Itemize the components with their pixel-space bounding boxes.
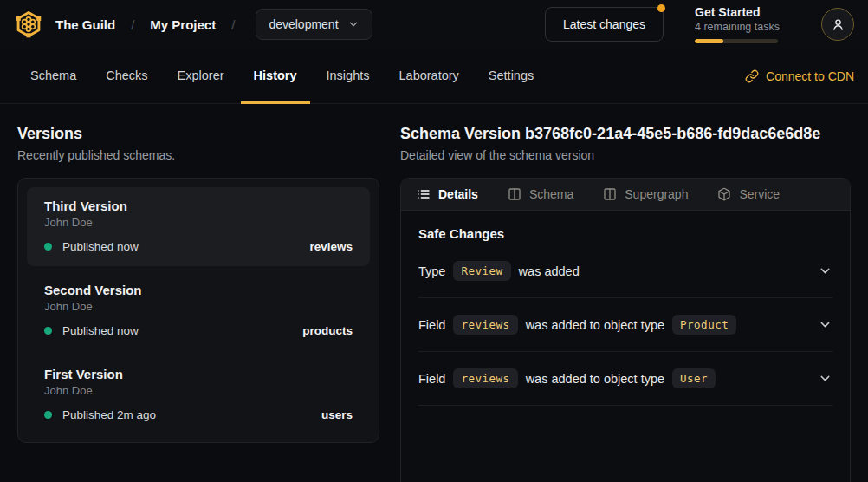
version-author: John Doe <box>44 384 353 397</box>
published-status-dot <box>44 243 52 251</box>
get-started-widget[interactable]: Get Started 4 remaining tasks <box>695 5 790 43</box>
tab-insights[interactable]: Insights <box>314 49 383 104</box>
field-name-badge: reviews <box>453 315 517 335</box>
type-name-badge: Product <box>672 315 736 335</box>
versions-subtitle: Recently published schemas. <box>17 148 379 162</box>
target-selector[interactable]: development <box>256 9 372 40</box>
published-status: Published 2m ago <box>62 408 156 421</box>
service-name: products <box>302 324 353 337</box>
schema-version-panel: Details Schema Supergraph <box>400 178 851 482</box>
notification-dot <box>657 4 665 12</box>
breadcrumb-org[interactable]: The Guild <box>55 17 115 32</box>
safe-changes-title: Safe Changes <box>418 226 832 241</box>
columns-icon <box>603 187 617 201</box>
tab-laboratory[interactable]: Laboratory <box>386 49 472 104</box>
tab-schema[interactable]: Schema <box>17 49 89 104</box>
version-author: John Doe <box>44 300 353 313</box>
change-prefix: Field <box>418 318 445 332</box>
service-name: users <box>321 408 353 421</box>
tab-label: Supergraph <box>625 187 688 201</box>
chevron-down-icon[interactable] <box>818 371 832 386</box>
published-status-dot <box>44 411 52 419</box>
version-title: Third Version <box>44 199 353 213</box>
user-avatar[interactable] <box>821 8 854 41</box>
tab-details[interactable]: Details <box>417 187 478 201</box>
versions-column: Versions Recently published schemas. Thi… <box>17 104 379 482</box>
type-name-badge: Review <box>453 261 510 281</box>
latest-changes-label: Latest changes <box>563 17 645 31</box>
tab-service[interactable]: Service <box>717 187 780 201</box>
tab-explorer[interactable]: Explorer <box>165 49 237 104</box>
change-row[interactable]: Type Review was added <box>418 244 832 298</box>
tab-label: Details <box>438 187 478 201</box>
link-icon <box>745 69 759 83</box>
version-list-item[interactable]: Second Version John Doe Published now pr… <box>27 271 370 350</box>
published-status-dot <box>44 327 52 335</box>
get-started-subtitle: 4 remaining tasks <box>695 21 790 33</box>
tab-supergraph[interactable]: Supergraph <box>603 187 688 201</box>
change-row[interactable]: Field reviews was added to object type U… <box>418 352 832 406</box>
connect-to-cdn-label: Connect to CDN <box>766 69 854 83</box>
published-status: Published now <box>62 240 139 253</box>
chevron-down-icon <box>347 18 360 30</box>
change-suffix: was added to object type <box>526 372 664 386</box>
project-nav: Schema Checks Explorer History Insights … <box>0 49 868 104</box>
published-status: Published now <box>62 324 139 337</box>
change-row[interactable]: Field reviews was added to object type P… <box>418 298 832 352</box>
connect-to-cdn-link[interactable]: Connect to CDN <box>745 49 854 103</box>
field-name-badge: reviews <box>453 368 517 388</box>
person-icon <box>831 17 845 32</box>
change-prefix: Field <box>418 372 445 386</box>
changes-section: Safe Changes Type Review was added Field… <box>401 211 850 421</box>
get-started-progressbar <box>695 39 778 43</box>
breadcrumb-separator: / <box>228 17 238 32</box>
chevron-down-icon[interactable] <box>818 264 832 278</box>
chevron-down-icon[interactable] <box>818 317 832 332</box>
get-started-title: Get Started <box>695 5 790 19</box>
target-selector-value: development <box>269 17 338 31</box>
version-title: First Version <box>44 367 353 381</box>
columns-icon <box>508 187 521 201</box>
tab-checks[interactable]: Checks <box>93 49 160 104</box>
version-title: Second Version <box>44 283 353 297</box>
schema-version-column: Schema Version b3768fc0-21a4-45e5-b686-f… <box>400 104 851 482</box>
nav-tabs: Schema Checks Explorer History Insights … <box>17 49 547 103</box>
tab-settings[interactable]: Settings <box>476 49 547 104</box>
detail-tabs: Details Schema Supergraph <box>401 179 850 211</box>
app-header: The Guild / My Project / development Lat… <box>0 0 868 49</box>
tab-label: Service <box>739 187 780 201</box>
version-list-item[interactable]: Third Version John Doe Published now rev… <box>27 187 370 266</box>
schema-version-subtitle: Detailed view of the schema version <box>400 148 851 162</box>
latest-changes-button[interactable]: Latest changes <box>545 7 664 42</box>
breadcrumb-project[interactable]: My Project <box>150 17 216 32</box>
cube-icon <box>717 187 731 201</box>
versions-title: Versions <box>17 125 379 143</box>
versions-list: Third Version John Doe Published now rev… <box>17 178 379 443</box>
version-author: John Doe <box>44 216 353 229</box>
tab-schema-view[interactable]: Schema <box>508 187 573 201</box>
tab-label: Schema <box>529 187 573 201</box>
type-name-badge: User <box>672 368 716 388</box>
schema-version-title: Schema Version b3768fc0-21a4-45e5-b686-f… <box>400 125 851 143</box>
change-prefix: Type <box>418 264 445 278</box>
list-icon <box>417 187 431 201</box>
hive-logo-icon[interactable] <box>14 10 43 39</box>
change-suffix: was added <box>519 264 580 278</box>
version-list-item[interactable]: First Version John Doe Published 2m ago … <box>27 355 370 434</box>
breadcrumb: The Guild / My Project / development <box>14 9 372 40</box>
change-suffix: was added to object type <box>526 318 664 332</box>
tab-history[interactable]: History <box>241 49 310 104</box>
main-content: Versions Recently published schemas. Thi… <box>0 104 868 482</box>
progress-fill <box>695 39 723 43</box>
breadcrumb-separator: / <box>127 17 138 32</box>
service-name: reviews <box>309 240 353 253</box>
